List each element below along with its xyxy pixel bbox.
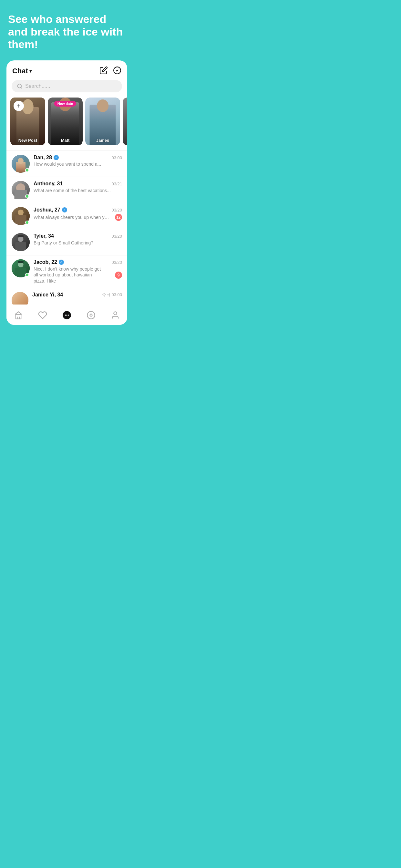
online-dot-anthony xyxy=(25,194,29,198)
chat-time-dan: 03:00 xyxy=(112,155,122,160)
chat-dropdown-arrow[interactable]: ▾ xyxy=(29,68,32,73)
chat-preview-tyler: Big Party or Small Gathering? xyxy=(34,240,93,245)
check-circle-icon xyxy=(113,66,121,74)
nav-item-likes[interactable] xyxy=(38,311,47,320)
svg-point-9 xyxy=(68,314,69,316)
chat-preview-row-dan: How would you want to spend a... xyxy=(34,161,122,166)
chat-name-joshua: Joshua, 27 ✓ xyxy=(34,207,67,213)
svg-point-10 xyxy=(87,311,95,319)
svg-point-11 xyxy=(90,314,92,316)
chat-name-jacob: Jacob, 22 ✓ xyxy=(34,259,64,265)
chat-preview-dan: How would you want to spend a... xyxy=(34,161,101,166)
chat-preview-row-jacob: Nice. I don't know why people get all wo… xyxy=(34,266,122,284)
chat-name-row-tyler: Tyler, 34 03/20 xyxy=(34,233,122,239)
avatar-wrap-jacob xyxy=(11,259,30,277)
search-placeholder: Search...... xyxy=(25,83,50,89)
search-icon xyxy=(17,83,23,89)
chat-content-janice: Janice Yi, 34 今日 03:00 xyxy=(32,292,122,299)
story-chris[interactable]: Chris xyxy=(123,97,127,145)
profile-icon xyxy=(111,311,120,320)
chat-name-dan: Dan, 28 ✓ xyxy=(34,155,59,160)
chat-list: Dan, 28 ✓ 03:00 How would you want to sp… xyxy=(6,151,127,305)
heart-icon xyxy=(38,311,47,320)
verified-badge-dan: ✓ xyxy=(54,155,59,160)
avatar-tyler xyxy=(11,233,30,251)
card-header: Chat ▾ xyxy=(6,66,127,80)
chat-name-tyler: Tyler, 34 xyxy=(34,233,54,239)
chat-preview-joshua: What always cheers you up when you... xyxy=(34,215,111,220)
chat-card: Chat ▾ Search...... xyxy=(6,60,127,325)
search-bar[interactable]: Search...... xyxy=(11,80,122,92)
verified-badge-joshua: ✓ xyxy=(62,207,67,213)
story-new-post[interactable]: + New Post xyxy=(10,97,45,145)
nav-item-chat[interactable] xyxy=(62,311,71,320)
chat-item-jacob[interactable]: Jacob, 22 ✓ 03/20 Nice. I don't know why… xyxy=(6,255,127,288)
chat-preview-row-joshua: What always cheers you up when you... 12 xyxy=(34,214,122,221)
chat-item-janice[interactable]: Janice Yi, 34 今日 03:00 xyxy=(6,288,127,305)
avatar-wrap-anthony xyxy=(11,181,30,199)
check-circle-button[interactable] xyxy=(113,66,121,75)
avatar-wrap-tyler xyxy=(11,233,30,251)
avatar-janice xyxy=(11,292,28,305)
avatar-wrap-dan xyxy=(11,155,30,173)
chat-name-row-janice: Janice Yi, 34 今日 03:00 xyxy=(32,292,122,298)
nav-item-discover[interactable] xyxy=(87,311,96,320)
new-date-badge: New date xyxy=(54,101,76,106)
chat-preview-anthony: What are some of the best vacations... xyxy=(34,188,111,193)
bottom-nav xyxy=(6,306,127,325)
story-james-label: James xyxy=(85,138,120,143)
chat-name-row-dan: Dan, 28 ✓ 03:00 xyxy=(34,155,122,160)
chat-name-row-joshua: Joshua, 27 ✓ 03/20 xyxy=(34,207,122,213)
svg-point-7 xyxy=(65,314,66,316)
svg-point-12 xyxy=(114,312,117,314)
chat-bubble-icon xyxy=(62,311,71,320)
compose-button[interactable] xyxy=(99,66,108,75)
svg-point-8 xyxy=(66,314,67,316)
chat-name-row-jacob: Jacob, 22 ✓ 03/20 xyxy=(34,259,122,265)
chat-title: Chat ▾ xyxy=(12,67,32,75)
chat-name-janice: Janice Yi, 34 xyxy=(32,292,63,298)
chat-content-tyler: Tyler, 34 03/20 Big Party or Small Gathe… xyxy=(34,233,122,246)
story-matt[interactable]: New date Matt xyxy=(48,97,83,145)
story-matt-label: Matt xyxy=(48,138,83,143)
svg-line-2 xyxy=(21,88,22,89)
chat-item-anthony[interactable]: Anthony, 31 03/21 What are some of the b… xyxy=(6,177,127,203)
nav-item-home[interactable] xyxy=(14,311,23,320)
chat-content-dan: Dan, 28 ✓ 03:00 How would you want to sp… xyxy=(34,155,122,166)
chat-time-tyler: 03/20 xyxy=(112,234,122,239)
hero-title: See who answered and break the ice with … xyxy=(6,13,127,51)
unread-badge-joshua: 12 xyxy=(115,214,122,221)
chat-item-dan[interactable]: Dan, 28 ✓ 03:00 How would you want to sp… xyxy=(6,151,127,177)
chat-content-joshua: Joshua, 27 ✓ 03/20 What always cheers yo… xyxy=(34,207,122,221)
compose-icon xyxy=(99,66,108,74)
header-icons xyxy=(99,66,121,75)
chat-item-tyler[interactable]: Tyler, 34 03/20 Big Party or Small Gathe… xyxy=(6,229,127,255)
avatar-wrap-joshua xyxy=(11,207,30,225)
nav-item-profile[interactable] xyxy=(111,311,120,320)
chat-preview-jacob: Nice. I don't know why people get all wo… xyxy=(34,266,104,284)
story-chris-label: Chris xyxy=(123,138,127,143)
chat-time-janice: 今日 03:00 xyxy=(102,292,122,298)
chat-label: Chat xyxy=(12,67,28,75)
chat-content-anthony: Anthony, 31 03/21 What are some of the b… xyxy=(34,181,122,193)
verified-badge-jacob: ✓ xyxy=(59,259,64,265)
story-james[interactable]: James xyxy=(85,97,120,145)
chat-item-joshua[interactable]: Joshua, 27 ✓ 03/20 What always cheers yo… xyxy=(6,203,127,229)
chat-time-joshua: 03/20 xyxy=(112,208,122,213)
stories-row: + New Post New date Matt James xyxy=(6,97,127,151)
chat-time-jacob: 03/20 xyxy=(112,260,122,265)
discover-icon xyxy=(87,311,96,320)
chat-content-jacob: Jacob, 22 ✓ 03/20 Nice. I don't know why… xyxy=(34,259,122,284)
home-icon xyxy=(14,311,23,320)
online-dot-dan xyxy=(25,168,29,172)
chat-name-row-anthony: Anthony, 31 03/21 xyxy=(34,181,122,187)
chat-time-anthony: 03/21 xyxy=(112,182,122,186)
svg-point-1 xyxy=(18,84,21,88)
avatar-wrap-janice xyxy=(11,292,28,305)
svg-rect-3 xyxy=(16,314,21,319)
unread-badge-jacob: 9 xyxy=(115,272,122,279)
story-new-post-label: New Post xyxy=(10,138,45,143)
chat-name-anthony: Anthony, 31 xyxy=(34,181,63,187)
